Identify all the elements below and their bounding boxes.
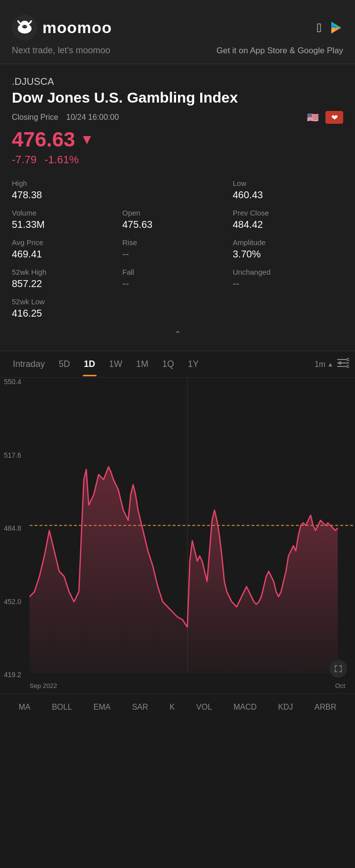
svg-point-3 <box>22 25 27 29</box>
header-top: moomoo  <box>12 15 343 40</box>
stat-spacer1 <box>122 176 233 206</box>
stat-52wk-low-value: 416.25 <box>12 308 122 319</box>
stat-fall-value: -- <box>122 278 233 289</box>
svg-point-13 <box>347 359 350 361</box>
ticker: .DJUSCA <box>12 76 343 87</box>
interval-arrow: ▲ <box>327 361 333 368</box>
stat-prev-close: Prev Close 484.42 <box>233 206 343 235</box>
chart-svg <box>0 378 355 693</box>
stat-52wk-low: 52wk Low 416.25 <box>12 294 122 324</box>
indicator-kdj[interactable]: KDJ <box>274 701 297 714</box>
indicator-ma[interactable]: MA <box>15 701 35 714</box>
stat-prev-close-label: Prev Close <box>233 209 343 217</box>
indicator-arbr[interactable]: ARBR <box>311 701 340 714</box>
stat-empty1 <box>122 294 233 324</box>
interval-value: 1m <box>315 360 325 369</box>
stat-low-label: Low <box>233 179 343 187</box>
flag-button[interactable]: 🇺🇸 <box>304 111 321 124</box>
stat-unchanged-value: -- <box>233 278 343 289</box>
x-label-oct: Oct <box>335 682 345 689</box>
price-header: Closing Price 10/24 16:00:00 🇺🇸 ❤ <box>12 111 343 124</box>
svg-point-15 <box>347 365 350 368</box>
stat-amplitude: Amplitude 3.70% <box>233 235 343 265</box>
logo-text: moomoo <box>42 19 112 37</box>
stat-open: Open 475.63 <box>122 206 233 235</box>
stat-52wk-low-label: 52wk Low <box>12 297 122 306</box>
stat-avg-price-value: 469.41 <box>12 249 122 260</box>
price-change: -7.79 -1.61% <box>12 153 343 166</box>
time-interval[interactable]: 1m ▲ <box>315 360 333 369</box>
chart-container[interactable]: 550.4 517.6 484.8 452.0 419.2 <box>0 378 355 693</box>
stat-avg-price-label: Avg Price <box>12 238 122 247</box>
price-value: 476.63 <box>12 128 75 151</box>
stat-high: High 478.38 <box>12 176 122 206</box>
price-main: 476.63 ▼ <box>12 128 343 151</box>
stat-fall-label: Fall <box>122 268 233 276</box>
chart-settings-icon[interactable] <box>337 358 349 370</box>
stat-amplitude-label: Amplitude <box>233 238 343 247</box>
stat-unchanged: Unchanged -- <box>233 265 343 294</box>
stat-rise-value: -- <box>122 249 233 260</box>
stats-grid: High 478.38 Low 460.43 Volume 51.33M Ope… <box>12 176 343 324</box>
favorite-button[interactable]: ❤ <box>325 111 343 124</box>
stat-volume-label: Volume <box>12 209 122 217</box>
svg-point-5 <box>25 26 26 27</box>
closing-time: 10/24 16:00:00 <box>66 113 119 122</box>
indicator-vol[interactable]: VOL <box>192 701 216 714</box>
chart-section: Intraday 5D 1D 1W 1M 1Q 1Y 1m ▲ <box>0 351 355 721</box>
tab-intraday[interactable]: Intraday <box>6 356 52 372</box>
stat-open-label: Open <box>122 209 233 217</box>
store-link[interactable]: Get it on App Store & Google Play <box>216 46 343 56</box>
apple-icon[interactable]:  <box>317 20 322 36</box>
indicator-ema[interactable]: EMA <box>90 701 115 714</box>
indicator-k[interactable]: K <box>166 701 179 714</box>
stat-volume-value: 51.33M <box>12 219 122 230</box>
stat-amplitude-value: 3.70% <box>233 249 343 260</box>
stat-high-value: 478.38 <box>12 189 122 201</box>
logo-area: moomoo <box>12 15 112 40</box>
svg-point-4 <box>23 26 24 27</box>
stock-section: .DJUSCA Dow Jones U.S. Gambling Index Cl… <box>0 64 355 351</box>
stat-high-label: High <box>12 179 122 187</box>
store-icons:  <box>317 20 344 36</box>
tab-1y[interactable]: 1Y <box>181 356 206 372</box>
google-play-icon[interactable] <box>329 21 343 35</box>
fullscreen-icon <box>334 665 342 673</box>
stat-rise: Rise -- <box>122 235 233 265</box>
tab-1w[interactable]: 1W <box>102 356 129 372</box>
stat-prev-close-value: 484.42 <box>233 219 343 230</box>
stat-52wk-high: 52wk High 857.22 <box>12 265 122 294</box>
stat-unchanged-label: Unchanged <box>233 268 343 276</box>
tab-1m[interactable]: 1M <box>129 356 155 372</box>
stat-low: Low 460.43 <box>233 176 343 206</box>
indicator-sar[interactable]: SAR <box>128 701 152 714</box>
price-label-time: Closing Price 10/24 16:00:00 <box>12 113 119 122</box>
indicator-boll[interactable]: BOLL <box>48 701 76 714</box>
change-absolute: -7.79 <box>12 153 36 166</box>
header: moomoo  <box>0 0 355 64</box>
stat-52wk-high-label: 52wk High <box>12 268 122 276</box>
closing-label: Closing Price <box>12 113 58 122</box>
indicator-tabs: MA BOLL EMA SAR K VOL MACD KDJ ARBR <box>0 693 355 721</box>
stat-low-value: 460.43 <box>233 189 343 201</box>
chart-tabs: Intraday 5D 1D 1W 1M 1Q 1Y 1m ▲ <box>0 351 355 378</box>
stat-fall: Fall -- <box>122 265 233 294</box>
x-label-sep: Sep 2022 <box>30 682 57 689</box>
flag-heart: 🇺🇸 ❤ <box>304 111 343 124</box>
fullscreen-button[interactable] <box>329 660 347 678</box>
tab-1d[interactable]: 1D <box>77 356 102 372</box>
price-arrow-icon: ▼ <box>80 132 94 147</box>
stock-name: Dow Jones U.S. Gambling Index <box>12 89 343 106</box>
chart-bottom-labels: Sep 2022 Oct <box>30 682 345 689</box>
tab-1q[interactable]: 1Q <box>155 356 181 372</box>
stat-avg-price: Avg Price 469.41 <box>12 235 122 265</box>
change-percent: -1.61% <box>44 153 79 166</box>
indicator-macd[interactable]: MACD <box>230 701 261 714</box>
tab-5d[interactable]: 5D <box>52 356 77 372</box>
stat-rise-label: Rise <box>122 238 233 247</box>
moomoo-logo-icon <box>12 15 37 40</box>
stat-52wk-high-value: 857.22 <box>12 278 122 289</box>
stat-volume: Volume 51.33M <box>12 206 122 235</box>
chevron-up-icon: ⌃ <box>174 329 181 340</box>
collapse-arrow[interactable]: ⌃ <box>12 324 343 343</box>
